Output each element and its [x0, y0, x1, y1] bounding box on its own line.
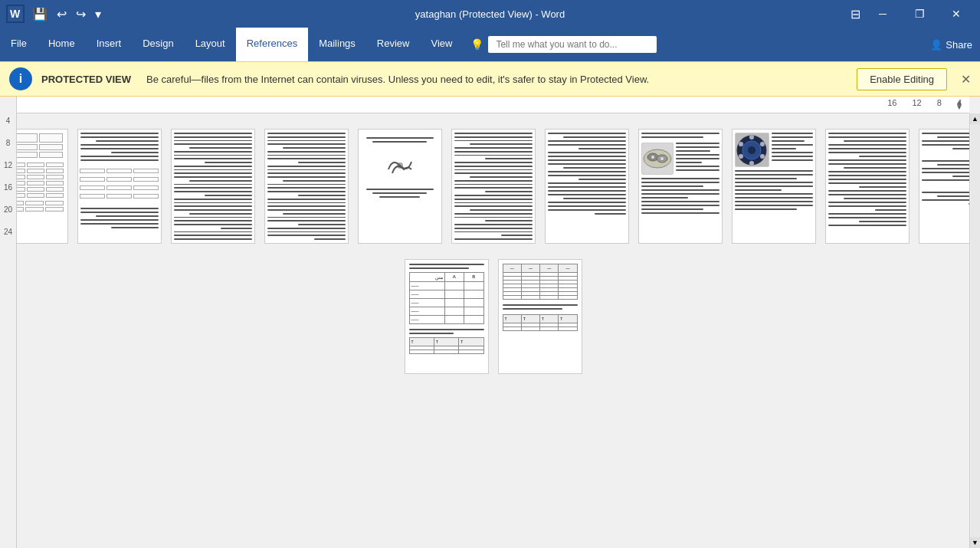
redo-button[interactable]: ↪ — [73, 5, 89, 23]
tab-layout[interactable]: Layout — [185, 28, 236, 61]
page-thumbnail-11[interactable] — [919, 129, 970, 244]
svg-point-13 — [760, 154, 765, 159]
search-input[interactable] — [488, 36, 657, 53]
share-button[interactable]: 👤 Share — [930, 39, 972, 51]
tab-home[interactable]: Home — [38, 28, 86, 61]
search-area: 💡 — [463, 28, 923, 61]
svg-text:W: W — [10, 8, 21, 20]
pages-row-1 — [17, 129, 969, 244]
ribbon-right: 👤 Share — [923, 28, 980, 61]
tab-review[interactable]: Review — [366, 28, 421, 61]
page-thumbnail-10[interactable] — [825, 129, 910, 244]
page-thumbnail-9[interactable] — [732, 129, 816, 244]
close-protected-bar-button[interactable]: ✕ — [961, 72, 971, 87]
page-thumbnail-1[interactable] — [17, 129, 68, 244]
lightbulb-icon: 💡 — [470, 38, 483, 51]
window-controls: ⊟ ─ ❐ ✕ — [847, 0, 974, 28]
svg-point-2 — [397, 162, 403, 169]
close-button[interactable]: ✕ — [939, 0, 974, 28]
tab-design[interactable]: Design — [132, 28, 184, 61]
svg-point-11 — [749, 135, 754, 139]
word-icon: W — [6, 5, 25, 23]
svg-point-15 — [739, 154, 743, 159]
customize-quick-access[interactable]: ▾ — [92, 5, 104, 23]
svg-point-10 — [748, 146, 755, 154]
page-thumbnail-5[interactable] — [358, 129, 442, 244]
title-bar: W 💾 ↩ ↪ ▾ yataghan (Protected View) - Wo… — [0, 0, 980, 28]
tab-file[interactable]: File — [0, 28, 38, 61]
minimize-button[interactable]: ─ — [865, 0, 900, 28]
vertical-scrollbar[interactable]: ▲ ▼ — [969, 113, 980, 548]
vertical-ruler: 4 8 12 16 20 24 — [0, 113, 17, 548]
share-icon: 👤 — [930, 39, 942, 51]
page-thumbnail-4[interactable] — [264, 129, 349, 244]
save-button[interactable]: 💾 — [29, 5, 51, 23]
document-area: 4 8 12 16 20 24 — [0, 113, 980, 548]
page-thumbnail-12[interactable]: متن A B —— —— — [405, 259, 489, 374]
page-thumbnail-2[interactable] — [77, 129, 162, 244]
svg-point-12 — [760, 142, 765, 146]
scroll-down-button[interactable]: ▼ — [970, 537, 981, 548]
page-thumbnail-3[interactable] — [171, 129, 255, 244]
tab-insert[interactable]: Insert — [86, 28, 133, 61]
scroll-track[interactable] — [971, 124, 980, 537]
ribbon-display-options-button[interactable]: ⊟ — [847, 5, 864, 23]
tab-view[interactable]: View — [420, 28, 463, 61]
page-thumbnail-7[interactable] — [545, 129, 629, 244]
ribbon: File Home Insert Design Layout Reference… — [0, 28, 980, 61]
svg-point-14 — [749, 161, 754, 166]
ruler-horizontal: 16 12 8 4 ▲ ▼ — [17, 97, 969, 113]
horizontal-ruler: 16 12 8 4 ▲ ▼ — [0, 97, 980, 113]
scroll-up-button[interactable]: ▲ — [970, 113, 981, 124]
svg-point-16 — [739, 142, 743, 146]
undo-button[interactable]: ↩ — [54, 5, 70, 23]
ruler-corner — [0, 97, 17, 113]
quick-access-toolbar: 💾 ↩ ↪ ▾ — [29, 5, 104, 23]
pages-row-2: متن A B —— —— — [405, 259, 582, 374]
ruler-marker-down: ▼ — [955, 103, 963, 111]
protected-icon: i — [9, 67, 32, 90]
protected-message: Be careful—files from the Internet can c… — [146, 74, 847, 85]
pages-area[interactable]: متن A B —— —— — [17, 113, 969, 548]
page-thumbnail-6[interactable] — [451, 129, 536, 244]
tab-references[interactable]: References — [236, 28, 308, 61]
tab-mailings[interactable]: Mailings — [308, 28, 366, 61]
ruler-scrollbar-space — [969, 97, 980, 113]
page-thumbnail-13[interactable]: — — — — — [498, 259, 582, 374]
protected-title: PROTECTED VIEW — [41, 74, 131, 85]
svg-point-5 — [651, 156, 654, 159]
title-bar-left: W 💾 ↩ ↪ ▾ — [6, 5, 104, 23]
protected-view-bar: i PROTECTED VIEW Be careful—files from t… — [0, 61, 980, 97]
enable-editing-button[interactable]: Enable Editing — [857, 68, 947, 90]
window-title: yataghan (Protected View) - Word — [415, 8, 565, 20]
ruler-numbers: 16 12 8 4 — [887, 98, 962, 107]
restore-button[interactable]: ❐ — [902, 0, 937, 28]
svg-point-7 — [660, 157, 664, 160]
page-thumbnail-8[interactable] — [638, 129, 723, 244]
